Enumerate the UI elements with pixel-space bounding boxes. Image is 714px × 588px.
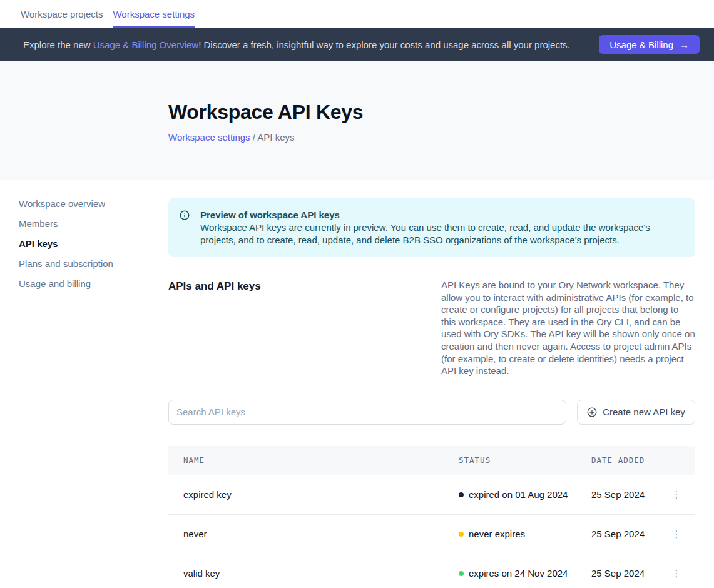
status-text: expired on 01 Aug 2024 xyxy=(469,489,568,500)
sidebar-item[interactable]: API keys xyxy=(19,240,168,248)
api-key-status: expires on 24 Nov 2024 xyxy=(459,568,591,579)
api-key-date-added: 25 Sep 2024 xyxy=(591,489,658,500)
breadcrumb-separator: / xyxy=(253,132,255,143)
table-controls: Create new API key xyxy=(168,400,695,425)
usage-billing-button[interactable]: Usage & Billing → xyxy=(599,35,700,54)
banner-usage-billing-link[interactable]: Usage & Billing Overview xyxy=(93,39,198,50)
api-keys-table: NAME STATUS DATE ADDED expired key expir… xyxy=(168,446,695,588)
info-icon xyxy=(180,210,190,246)
sidebar-item[interactable]: Plans and subscription xyxy=(19,260,168,268)
banner-text-suffix: ! Discover a fresh, insightful way to ex… xyxy=(198,39,570,50)
announcement-banner: Explore the new Usage & Billing Overview… xyxy=(0,28,714,61)
banner-text-prefix: Explore the new xyxy=(23,39,93,50)
api-keys-section: APIs and API keys API Keys are bound to … xyxy=(168,280,695,377)
plus-circle-icon xyxy=(587,407,597,417)
column-header-status: STATUS xyxy=(459,455,591,465)
create-api-key-label: Create new API key xyxy=(603,407,685,417)
row-actions: ⋮ xyxy=(658,487,695,502)
breadcrumb-current: API keys xyxy=(257,132,294,143)
breadcrumb-workspace-settings-link[interactable]: Workspace settings xyxy=(168,132,250,143)
page-title: Workspace API Keys xyxy=(168,101,695,124)
table-row: never never expires 25 Sep 2024 ⋮ xyxy=(168,515,695,554)
usage-billing-button-label: Usage & Billing xyxy=(609,39,673,50)
api-key-date-added: 25 Sep 2024 xyxy=(591,568,658,579)
table-row: valid key expires on 24 Nov 2024 25 Sep … xyxy=(168,554,695,588)
api-key-status: never expires xyxy=(459,529,591,539)
status-text: expires on 24 Nov 2024 xyxy=(469,568,568,579)
callout-body: Workspace API keys are currently in prev… xyxy=(200,221,683,246)
api-key-name: expired key xyxy=(168,489,459,500)
kebab-menu-icon[interactable]: ⋮ xyxy=(668,527,685,541)
banner-message: Explore the new Usage & Billing Overview… xyxy=(23,39,599,50)
row-actions: ⋮ xyxy=(658,566,695,580)
page-header: Workspace API Keys Workspace settings / … xyxy=(0,61,714,180)
api-key-date-added: 25 Sep 2024 xyxy=(591,529,658,539)
kebab-menu-icon[interactable]: ⋮ xyxy=(668,487,685,502)
status-dot-icon xyxy=(459,532,464,537)
preview-callout-text: Preview of workspace API keys Workspace … xyxy=(200,209,683,246)
status-text: never expires xyxy=(469,529,525,539)
arrow-right-icon: → xyxy=(680,39,689,50)
status-dot-icon xyxy=(459,571,464,576)
main-panel: Preview of workspace API keys Workspace … xyxy=(168,180,695,588)
column-header-date-added: DATE ADDED xyxy=(591,455,658,465)
column-header-name: NAME xyxy=(168,455,459,465)
sidebar-item[interactable]: Usage and billing xyxy=(19,280,168,288)
breadcrumb: Workspace settings / API keys xyxy=(168,132,695,143)
row-actions: ⋮ xyxy=(658,527,695,541)
api-key-name: valid key xyxy=(168,568,459,579)
section-heading: APIs and API keys xyxy=(168,280,441,377)
table-row: expired key expired on 01 Aug 2024 25 Se… xyxy=(168,475,695,515)
search-input[interactable] xyxy=(168,400,566,425)
table-header-row: NAME STATUS DATE ADDED xyxy=(168,446,695,475)
callout-title: Preview of workspace API keys xyxy=(200,209,683,221)
tab-workspace-settings[interactable]: Workspace settings xyxy=(113,0,195,28)
content-area: Workspace overview Members API keys Plan… xyxy=(0,180,714,588)
sidebar-item[interactable]: Workspace overview xyxy=(19,200,168,208)
create-api-key-button[interactable]: Create new API key xyxy=(577,400,695,425)
api-key-status: expired on 01 Aug 2024 xyxy=(459,489,591,500)
api-key-name: never xyxy=(168,529,459,539)
section-description: API Keys are bound to your Ory Network w… xyxy=(441,279,695,377)
settings-sidebar: Workspace overview Members API keys Plan… xyxy=(0,180,168,588)
top-tab-bar: Workspace projects Workspace settings xyxy=(0,0,714,28)
tab-workspace-projects[interactable]: Workspace projects xyxy=(21,0,103,28)
status-dot-icon xyxy=(459,492,464,497)
sidebar-item[interactable]: Members xyxy=(19,220,168,228)
preview-callout: Preview of workspace API keys Workspace … xyxy=(168,198,695,257)
kebab-menu-icon[interactable]: ⋮ xyxy=(668,566,685,580)
